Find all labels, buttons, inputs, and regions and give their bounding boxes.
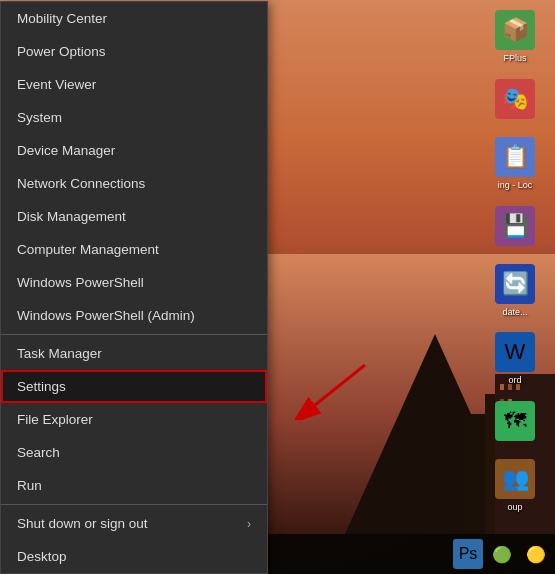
- taskbar-icon-ps[interactable]: Ps: [453, 539, 483, 569]
- menu-item-label-windows-powershell-admin: Windows PowerShell (Admin): [17, 308, 195, 323]
- menu-item-windows-powershell[interactable]: Windows PowerShell: [1, 266, 267, 299]
- menu-item-label-shut-down: Shut down or sign out: [17, 516, 148, 531]
- desktop-icon-img-app5: 🔄: [495, 264, 535, 304]
- desktop-icon-img-app3: 📋: [495, 137, 535, 177]
- menu-item-label-windows-powershell: Windows PowerShell: [17, 275, 144, 290]
- menu-item-power-options[interactable]: Power Options: [1, 35, 267, 68]
- desktop-icon-app7[interactable]: 🗺: [485, 401, 545, 444]
- desktop-icon-label-app3: ing - Loc: [498, 180, 533, 191]
- menu-item-label-network-connections: Network Connections: [17, 176, 145, 191]
- menu-item-label-desktop: Desktop: [17, 549, 67, 564]
- menu-item-label-task-manager: Task Manager: [17, 346, 102, 361]
- menu-item-device-manager[interactable]: Device Manager: [1, 134, 267, 167]
- desktop-icon-img-fplus: 📦: [495, 10, 535, 50]
- menu-item-task-manager[interactable]: Task Manager: [1, 337, 267, 370]
- desktop-icon-app3[interactable]: 📋ing - Loc: [485, 137, 545, 191]
- menu-item-label-event-viewer: Event Viewer: [17, 77, 96, 92]
- taskbar: Ps🟢🟡: [268, 534, 555, 574]
- taskbar-icon-sticky[interactable]: 🟡: [521, 539, 551, 569]
- desktop-icon-app4[interactable]: 💾: [485, 206, 545, 249]
- menu-item-mobility-center[interactable]: Mobility Center: [1, 2, 267, 35]
- menu-item-label-disk-management: Disk Management: [17, 209, 126, 224]
- menu-item-label-settings: Settings: [17, 379, 66, 394]
- menu-item-label-search: Search: [17, 445, 60, 460]
- menu-item-label-system: System: [17, 110, 62, 125]
- desktop-icon-label-app5: date...: [502, 307, 527, 318]
- desktop-icon-img-app8: 👥: [495, 459, 535, 499]
- annotation-arrow: [295, 360, 375, 420]
- desktop-icon-label-app8: oup: [507, 502, 522, 513]
- desktop-icon-img-app2: 🎭: [495, 79, 535, 119]
- menu-item-label-file-explorer: File Explorer: [17, 412, 93, 427]
- menu-item-file-explorer[interactable]: File Explorer: [1, 403, 267, 436]
- submenu-arrow-icon: ›: [247, 517, 251, 531]
- desktop-icon-img-word: W: [495, 332, 535, 372]
- desktop-icon-img-app7: 🗺: [495, 401, 535, 441]
- menu-item-event-viewer[interactable]: Event Viewer: [1, 68, 267, 101]
- desktop-icon-app8[interactable]: 👥oup: [485, 459, 545, 513]
- svg-line-13: [315, 365, 365, 405]
- menu-divider: [1, 334, 267, 335]
- menu-item-search[interactable]: Search: [1, 436, 267, 469]
- taskbar-icon-green[interactable]: 🟢: [487, 539, 517, 569]
- desktop-icon-app5[interactable]: 🔄date...: [485, 264, 545, 318]
- menu-item-label-mobility-center: Mobility Center: [17, 11, 107, 26]
- context-menu: Mobility CenterPower OptionsEvent Viewer…: [0, 1, 268, 574]
- menu-item-label-device-manager: Device Manager: [17, 143, 115, 158]
- menu-item-label-computer-management: Computer Management: [17, 242, 159, 257]
- menu-item-shut-down[interactable]: Shut down or sign out›: [1, 507, 267, 540]
- menu-item-settings[interactable]: Settings: [1, 370, 267, 403]
- menu-item-network-connections[interactable]: Network Connections: [1, 167, 267, 200]
- menu-item-disk-management[interactable]: Disk Management: [1, 200, 267, 233]
- desktop-icons-container: 📦FPlus🎭📋ing - Loc💾🔄date...Word🗺👥oup: [485, 10, 545, 513]
- menu-item-label-power-options: Power Options: [17, 44, 106, 59]
- menu-item-run[interactable]: Run: [1, 469, 267, 502]
- menu-item-desktop[interactable]: Desktop: [1, 540, 267, 573]
- desktop-icon-img-app4: 💾: [495, 206, 535, 246]
- desktop-icon-label-fplus: FPlus: [503, 53, 526, 64]
- desktop-icon-app2[interactable]: 🎭: [485, 79, 545, 122]
- desktop-icon-fplus[interactable]: 📦FPlus: [485, 10, 545, 64]
- menu-item-system[interactable]: System: [1, 101, 267, 134]
- desktop-icon-label-word: ord: [508, 375, 521, 386]
- menu-item-windows-powershell-admin[interactable]: Windows PowerShell (Admin): [1, 299, 267, 332]
- menu-divider: [1, 504, 267, 505]
- menu-item-computer-management[interactable]: Computer Management: [1, 233, 267, 266]
- menu-item-label-run: Run: [17, 478, 42, 493]
- desktop-icon-word[interactable]: Word: [485, 332, 545, 386]
